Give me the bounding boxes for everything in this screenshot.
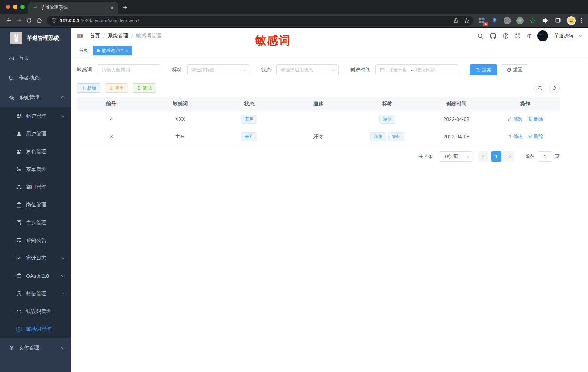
prev-page-button[interactable]: [478, 151, 488, 162]
toggle-search-button[interactable]: [534, 83, 545, 93]
user-name[interactable]: 芋道源码: [554, 33, 573, 39]
column-status: 状态: [215, 101, 284, 107]
delete-link[interactable]: 删除: [528, 116, 543, 122]
sidebar-item-pay[interactable]: ¥ 支付管理: [0, 338, 71, 358]
edit-link[interactable]: 修改: [507, 133, 523, 140]
site-info-icon[interactable]: [51, 18, 57, 23]
sidebar-item-system[interactable]: 系统管理: [0, 88, 71, 107]
navbar-tools: тT 芋道源码: [477, 30, 581, 41]
current-page-button[interactable]: 1: [491, 151, 501, 162]
users-icon: [16, 149, 22, 155]
window-close-button[interactable]: [6, 5, 10, 9]
breadcrumb-system[interactable]: 系统管理: [108, 33, 128, 39]
edit-link[interactable]: 修改: [507, 116, 523, 122]
share-icon[interactable]: [453, 18, 459, 24]
extension-star-icon[interactable]: [529, 17, 536, 24]
sidebar-item-dict[interactable]: 字典管理: [0, 214, 71, 231]
font-size-icon: т: [527, 34, 528, 38]
sidebar-item-tenant[interactable]: 租户管理: [0, 107, 71, 125]
search-button[interactable]: 搜索: [470, 64, 497, 75]
tag-home[interactable]: 首页: [76, 46, 91, 55]
home-button[interactable]: [34, 16, 44, 26]
user-avatar[interactable]: [537, 30, 548, 41]
github-button[interactable]: [490, 33, 496, 39]
table-row: 4 XXX 开启 短信 2022-04-08 修改 删除: [77, 110, 560, 128]
pagination-total: 共 2 条: [419, 153, 433, 160]
test-button[interactable]: 测试: [133, 83, 156, 93]
sidebar-collapse-button[interactable]: [76, 33, 83, 39]
collapse-icon: [76, 33, 83, 39]
refresh-table-button[interactable]: [549, 83, 560, 93]
sidebar-item-sensitive-word[interactable]: 敏感词管理: [0, 320, 71, 338]
next-page-button[interactable]: [504, 151, 514, 162]
tab-close-icon[interactable]: ×: [109, 5, 115, 11]
table-row: 3 土豆 开启 好呀 蔬菜 短信 2022-04-08 修改 删除: [77, 128, 560, 145]
new-tab-button[interactable]: +: [123, 4, 127, 11]
sidebar-item-menu[interactable]: 菜单管理: [0, 160, 71, 178]
reload-button[interactable]: [24, 16, 34, 26]
search-icon: [477, 33, 483, 39]
cell-tags: 蔬菜 短信: [353, 132, 422, 141]
home-icon: [36, 17, 42, 24]
fullscreen-button[interactable]: [515, 33, 521, 39]
browser-profile-avatar[interactable]: [567, 16, 576, 25]
export-button[interactable]: 导出: [105, 83, 128, 93]
goto-page-input[interactable]: [538, 151, 552, 162]
window-zoom-button[interactable]: [20, 5, 25, 9]
filter-form: 敏感词 标签 请选择标签 状态 请选择启用状态: [77, 64, 588, 75]
extension-grid-icon[interactable]: 9: [478, 17, 486, 24]
breadcrumb-current: 敏感词管理: [136, 33, 161, 39]
font-size-button[interactable]: тT: [527, 33, 531, 39]
sidebar-item-post[interactable]: 岗位管理: [0, 196, 71, 214]
sidebar-item-sms[interactable]: 短信管理: [0, 285, 71, 302]
sidebar: 芋道管理系统 首页 作者动态 系统管理 租户管理: [0, 28, 71, 372]
code-icon: [16, 308, 22, 314]
bookmark-star-icon[interactable]: [464, 18, 470, 24]
sidebar-item-notice[interactable]: 通知公告: [0, 231, 71, 249]
cell-word: 土豆: [146, 133, 215, 140]
add-button[interactable]: 新增: [77, 83, 100, 93]
status-select[interactable]: 请选择启用状态: [276, 64, 339, 75]
sidebar-item-role[interactable]: 角色管理: [0, 143, 71, 160]
sidebar-item-error-code[interactable]: 错误码管理: [0, 302, 71, 320]
forward-button[interactable]: [14, 16, 24, 26]
date-range-picker[interactable]: 开始日期 - 结束日期: [375, 64, 458, 75]
page-size-select[interactable]: 10条/页: [439, 151, 472, 162]
reset-button[interactable]: 重置: [501, 64, 528, 75]
extension-command-icon[interactable]: ⌘: [504, 17, 511, 24]
sidebar-item-author-news[interactable]: 作者动态: [0, 68, 71, 88]
tag-sensitive-word[interactable]: 敏感词管理 ×: [93, 46, 132, 55]
sidebar-item-home[interactable]: 首页: [0, 49, 71, 68]
sidebar-item-user[interactable]: 用户管理: [0, 125, 71, 143]
column-tags: 标签: [353, 101, 422, 107]
extension-record-icon[interactable]: [516, 17, 524, 24]
chevron-down-icon: [466, 154, 469, 157]
keyword-input[interactable]: [97, 64, 160, 75]
status-badge: 开启: [241, 115, 257, 124]
breadcrumb-home[interactable]: 首页: [90, 33, 100, 39]
back-button[interactable]: [4, 16, 14, 26]
sidebar-item-audit-log[interactable]: 审计日志: [0, 249, 71, 267]
edit-icon: [507, 134, 512, 139]
column-word: 敏感词: [146, 101, 215, 107]
url-bar[interactable]: 127.0.0.1:1024/system/sensitive-word: [47, 16, 473, 26]
delete-link[interactable]: 删除: [528, 133, 543, 140]
window-minimize-button[interactable]: [13, 5, 17, 9]
header-search-button[interactable]: [477, 33, 483, 39]
tag-close-icon[interactable]: ×: [126, 48, 129, 53]
help-button[interactable]: [503, 33, 509, 39]
calendar-icon: [379, 67, 385, 73]
open-book-icon: [16, 326, 22, 332]
chevron-down-icon: [61, 114, 65, 117]
browser-tab[interactable]: 芋道管理系统 ×: [28, 2, 118, 14]
tag-select[interactable]: 请选择标签: [187, 64, 249, 75]
column-created: 创建时间: [422, 101, 491, 107]
sidebar-item-dept[interactable]: 部门管理: [0, 178, 71, 196]
browser-menu-icon[interactable]: [581, 18, 582, 23]
extensions-puzzle-icon[interactable]: [542, 17, 549, 24]
red-annotation-text: 敏感词: [255, 33, 291, 48]
extension-gem-icon[interactable]: [491, 17, 498, 24]
side-panel-icon[interactable]: [554, 17, 562, 24]
app-logo[interactable]: 芋道管理系统: [0, 28, 71, 49]
sidebar-item-oauth[interactable]: OAuth 2.0: [0, 267, 71, 285]
